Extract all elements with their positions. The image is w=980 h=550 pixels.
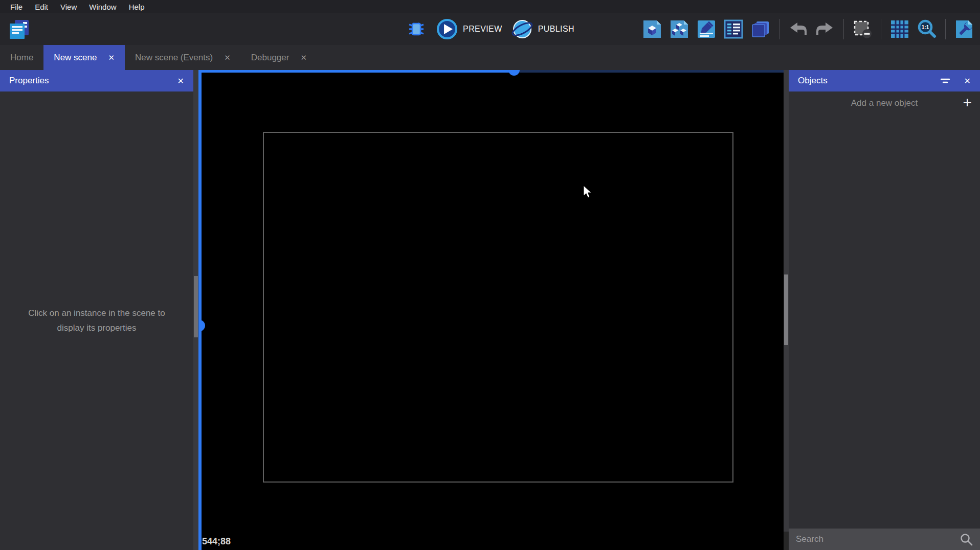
tab-close-icon[interactable]: ✕ [108, 53, 115, 62]
preview-label: PREVIEW [463, 25, 502, 34]
selection-handle-top[interactable] [508, 70, 520, 76]
objects-search-input[interactable] [796, 534, 960, 544]
menu-bar: File Edit View Window Help [0, 0, 980, 13]
tab-close-icon[interactable]: ✕ [300, 53, 307, 62]
properties-scrollbar[interactable] [193, 70, 198, 550]
objects-panel: Objects ✕ Add a new object + [789, 70, 980, 550]
add-object-label: Add a new object [789, 98, 980, 108]
zoom-ratio-label: 1:1 [922, 25, 929, 30]
properties-panel-body: Click on an instance in the scene to dis… [0, 91, 193, 550]
objects-editor-icon[interactable] [641, 18, 663, 40]
gdevelop-window: File Edit View Window Help [0, 0, 980, 550]
properties-empty-message: Click on an instance in the scene to dis… [17, 306, 176, 335]
objects-panel-header: Objects ✕ [789, 70, 980, 91]
publish-button[interactable]: PUBLISH [511, 18, 574, 40]
selection-border-left [198, 70, 202, 550]
add-object-button[interactable]: + [963, 94, 972, 112]
toolbar-separator [881, 19, 881, 39]
publish-globe-icon [511, 18, 533, 40]
preview-play-icon [436, 18, 458, 40]
menu-window[interactable]: Window [83, 2, 122, 12]
instances-list-icon[interactable] [669, 18, 690, 40]
tab-home[interactable]: Home [0, 45, 43, 70]
canvas-scrollbar-thumb[interactable] [784, 274, 788, 345]
tab-new-scene-events[interactable]: New scene (Events) ✕ [125, 45, 241, 70]
layers-icon[interactable] [750, 18, 771, 40]
tab-label: New scene [54, 53, 97, 63]
publish-label: PUBLISH [538, 25, 574, 34]
mouse-cursor-icon [583, 186, 594, 201]
toolbar-separator [779, 19, 779, 39]
toolbar-separator [843, 19, 844, 39]
redo-icon[interactable] [814, 18, 836, 40]
deselect-all-icon[interactable] [852, 18, 873, 40]
canvas-border-top [519, 70, 784, 73]
properties-scrollbar-thumb[interactable] [194, 276, 198, 337]
grid-icon[interactable] [889, 18, 910, 40]
properties-panel: Properties ✕ Click on an instance in the… [0, 70, 193, 550]
menu-help[interactable]: Help [123, 2, 151, 12]
tab-close-icon[interactable]: ✕ [224, 53, 231, 62]
scene-settings-icon[interactable] [953, 18, 975, 40]
close-icon[interactable]: ✕ [964, 76, 971, 86]
menu-edit[interactable]: Edit [29, 2, 54, 12]
preview-button[interactable]: PREVIEW [436, 18, 502, 40]
cursor-coordinates: 544;88 [202, 536, 231, 547]
properties-panel-title: Properties [9, 76, 49, 86]
close-icon[interactable]: ✕ [177, 76, 184, 86]
objects-search-row [789, 529, 980, 550]
scene-window-rectangle [263, 132, 733, 483]
debug-icon[interactable] [406, 18, 427, 40]
selection-handle-left[interactable] [198, 320, 205, 331]
properties-panel-header: Properties ✕ [0, 70, 193, 91]
tab-label: Home [10, 53, 33, 63]
scene-canvas[interactable]: 544;88 [198, 70, 784, 550]
filter-icon[interactable] [940, 75, 951, 86]
tab-bar: Home New scene ✕ New scene (Events) ✕ De… [0, 45, 980, 70]
selection-border-top [198, 70, 519, 73]
tab-new-scene[interactable]: New scene ✕ [43, 45, 125, 70]
tab-label: New scene (Events) [135, 53, 213, 63]
menu-file[interactable]: File [4, 2, 29, 12]
add-object-row: Add a new object + [789, 91, 980, 115]
undo-icon[interactable] [787, 18, 809, 40]
tab-debugger[interactable]: Debugger ✕ [241, 45, 317, 70]
events-list-icon[interactable] [723, 18, 744, 40]
properties-edit-icon[interactable] [696, 18, 717, 40]
search-icon[interactable] [960, 533, 973, 546]
project-manager-icon[interactable] [7, 17, 31, 41]
canvas-scrollbar[interactable] [784, 70, 789, 532]
objects-panel-title: Objects [798, 76, 828, 86]
zoom-original-icon[interactable]: 1:1 [916, 18, 938, 40]
menu-view[interactable]: View [54, 2, 83, 12]
tab-label: Debugger [251, 53, 289, 63]
toolbar-separator [945, 19, 946, 39]
toolbar: PREVIEW PUBLISH [0, 13, 980, 45]
objects-list[interactable] [789, 115, 980, 529]
